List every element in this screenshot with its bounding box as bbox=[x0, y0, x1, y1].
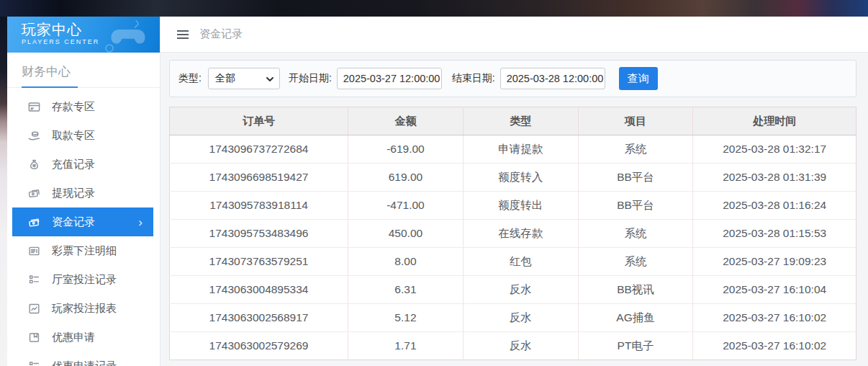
sidebar-item-deposit-zone[interactable]: 存款专区 bbox=[7, 92, 160, 121]
type-select[interactable]: 全部 bbox=[208, 68, 280, 89]
table-cell: 1.71 bbox=[348, 332, 464, 360]
banknotes-icon bbox=[27, 187, 41, 200]
sidebar-item-withdraw-zone[interactable]: 取款专区 bbox=[7, 121, 160, 150]
end-date-label: 结束日期: bbox=[452, 72, 495, 85]
table-cell: 申请提款 bbox=[463, 135, 578, 164]
sidebar-item-recharge-records[interactable]: 充值记录 bbox=[7, 150, 160, 179]
chevron-right-icon: › bbox=[138, 216, 143, 228]
sidebar-item-funds-records[interactable]: 资金记录 › bbox=[12, 207, 153, 236]
sidebar-item-label: 取款专区 bbox=[52, 129, 95, 143]
column-header: 处理时间 bbox=[693, 107, 856, 135]
sidebar-item-lottery-bet-details[interactable]: 彩票下注明细 bbox=[7, 236, 160, 265]
table-cell: 450.00 bbox=[348, 220, 464, 248]
table-cell: 2025-03-27 16:10:02 bbox=[693, 332, 856, 360]
chart-report-icon bbox=[27, 302, 41, 316]
document-list-icon bbox=[27, 244, 41, 258]
table-cell: 5.12 bbox=[348, 304, 464, 332]
table-cell: PT电子 bbox=[578, 332, 693, 360]
background-top-strip bbox=[0, 0, 868, 17]
table-cell: 1743063004895334 bbox=[170, 276, 348, 304]
screen: 玩家中心 PLAYERS CENTER 财务中心 存款专区 取款专区 bbox=[0, 0, 868, 366]
table-cell: 6.31 bbox=[348, 276, 464, 304]
table-cell: 2025-03-28 01:16:24 bbox=[693, 192, 856, 220]
table-row: 17430630025689175.12反水AG捕鱼2025-03-27 16:… bbox=[170, 304, 856, 332]
table-cell: 1743073763579251 bbox=[170, 248, 348, 276]
table-header-row: 订单号金额类型项目处理时间 bbox=[170, 107, 856, 135]
table-cell: -471.00 bbox=[348, 192, 464, 220]
table-cell: 1743096737272684 bbox=[170, 135, 348, 164]
table-row: 1743095783918114-471.00额度转出BB平台2025-03-2… bbox=[170, 192, 856, 220]
table-cell: 2025-03-28 01:31:39 bbox=[693, 164, 856, 192]
sidebar-item-label: 存款专区 bbox=[52, 100, 95, 114]
content-area: 类型: 全部 开始日期: 结束日期: 查询 bbox=[161, 53, 868, 360]
table-cell: 2025-03-27 16:10:02 bbox=[693, 304, 856, 332]
table-cell: 1743095783918114 bbox=[170, 192, 348, 220]
table-cell: 2025-03-27 16:10:04 bbox=[693, 276, 856, 304]
funds-table: 订单号金额类型项目处理时间 1743096737272684-619.00申请提… bbox=[169, 107, 856, 360]
table-cell: BB平台 bbox=[578, 192, 693, 220]
menu-toggle-icon[interactable] bbox=[176, 29, 190, 40]
table-row: 1743096737272684-619.00申请提款系统2025-03-28 … bbox=[170, 135, 856, 164]
table-cell: 反水 bbox=[463, 276, 578, 304]
hand-coins-icon bbox=[27, 129, 41, 143]
table-cell: 1743096698519427 bbox=[170, 164, 348, 192]
column-header: 订单号 bbox=[170, 107, 348, 135]
start-date-label: 开始日期: bbox=[289, 72, 332, 85]
table-cell: -619.00 bbox=[348, 135, 464, 164]
tickets-icon bbox=[27, 215, 41, 229]
table-cell: 额度转入 bbox=[463, 164, 578, 192]
sidebar-item-player-bet-report[interactable]: 玩家投注报表 bbox=[7, 294, 160, 323]
money-bag-icon bbox=[27, 158, 41, 171]
table-row: 1743096698519427619.00额度转入BB平台2025-03-28… bbox=[170, 164, 856, 192]
table-cell: BB平台 bbox=[578, 164, 693, 192]
main-area: 资金记录 类型: 全部 开始日期: 结束日期: 查询 bbox=[161, 17, 868, 366]
breadcrumb: 资金记录 bbox=[199, 27, 243, 41]
table-row: 17430630048953346.31反水BB视讯2025-03-27 16:… bbox=[170, 276, 856, 304]
filter-bar: 类型: 全部 开始日期: 结束日期: 查询 bbox=[169, 60, 856, 97]
sidebar-item-label: 玩家投注报表 bbox=[52, 302, 117, 316]
table-cell: 2025-03-27 19:09:23 bbox=[693, 248, 856, 276]
table-row: 17430630025792691.71反水PT电子2025-03-27 16:… bbox=[170, 332, 856, 360]
coupon-icon bbox=[27, 331, 41, 344]
section-title: 财务中心 bbox=[22, 63, 78, 88]
sidebar-item-hall-bet-records[interactable]: 厅室投注记录 bbox=[7, 265, 160, 294]
sidebar-item-label: 充值记录 bbox=[52, 158, 95, 171]
table-cell: 1743063002579269 bbox=[170, 332, 348, 360]
sidebar-item-promo-apply[interactable]: 优惠申请 bbox=[7, 323, 160, 352]
type-label: 类型: bbox=[178, 72, 202, 85]
table-cell: 1743095753483496 bbox=[170, 220, 348, 248]
start-date-input[interactable] bbox=[337, 68, 442, 89]
search-button[interactable]: 查询 bbox=[619, 67, 658, 90]
table-cell: BB视讯 bbox=[578, 276, 693, 304]
table-cell: 红包 bbox=[463, 248, 578, 276]
sidebar-section-finance: 财务中心 bbox=[7, 53, 160, 88]
column-header: 金额 bbox=[348, 107, 464, 135]
checklist-icon bbox=[27, 273, 41, 287]
sidebar-header: 玩家中心 PLAYERS CENTER bbox=[7, 17, 160, 53]
table-cell: AG捕鱼 bbox=[578, 304, 693, 332]
sidebar: 玩家中心 PLAYERS CENTER 财务中心 存款专区 取款专区 bbox=[7, 17, 161, 366]
table-cell: 系统 bbox=[578, 135, 693, 164]
table-cell: 在线存款 bbox=[463, 220, 578, 248]
table-cell: 619.00 bbox=[348, 164, 464, 192]
sidebar-item-promo-apply-records[interactable]: 优惠申请记录 bbox=[7, 352, 160, 366]
table-cell: 反水 bbox=[463, 332, 578, 360]
sidebar-item-label: 资金记录 bbox=[52, 215, 95, 229]
sidebar-item-withdrawal-records[interactable]: 提现记录 bbox=[7, 179, 160, 207]
chevron-down-icon bbox=[266, 75, 274, 84]
player-center-panel: 玩家中心 PLAYERS CENTER 财务中心 存款专区 取款专区 bbox=[7, 17, 868, 366]
sidebar-item-label: 提现记录 bbox=[52, 187, 95, 200]
table-cell: 2025-03-28 01:32:17 bbox=[693, 135, 856, 164]
deposit-icon bbox=[27, 100, 41, 114]
type-select-value: 全部 bbox=[215, 72, 235, 85]
table-cell: 8.00 bbox=[348, 248, 464, 276]
table-cell: 额度转出 bbox=[463, 192, 578, 220]
table-row: 1743095753483496450.00在线存款系统2025-03-28 0… bbox=[170, 220, 856, 248]
topbar: 资金记录 bbox=[161, 17, 868, 53]
column-header: 类型 bbox=[463, 107, 578, 135]
table-cell: 系统 bbox=[578, 248, 693, 276]
gamepad-icon bbox=[104, 19, 154, 53]
sidebar-item-label: 优惠申请记录 bbox=[52, 360, 117, 366]
table-row: 17430737635792518.00红包系统2025-03-27 19:09… bbox=[170, 248, 856, 276]
end-date-input[interactable] bbox=[500, 68, 605, 89]
